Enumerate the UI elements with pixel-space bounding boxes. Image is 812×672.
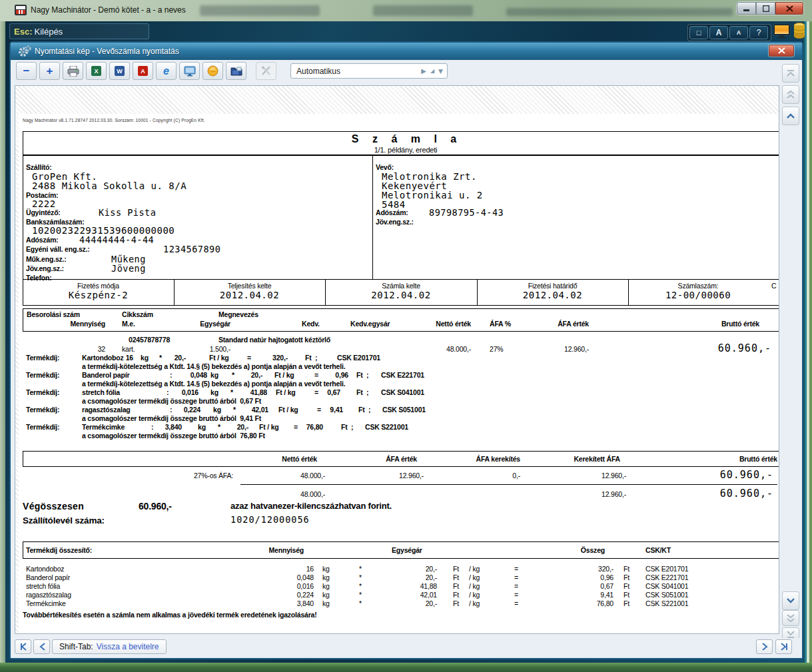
esc-key-label: Esc: — [14, 27, 32, 37]
email-button[interactable] — [203, 62, 223, 80]
print-preview-body: − + X W A e — [11, 60, 802, 658]
print-preview-title: Nyomtatási kép - Vevőszámla nyomtatás — [35, 47, 179, 56]
print-preview-titlebar[interactable]: Nyomtatási kép - Vevőszámla nyomtatás — [11, 43, 802, 60]
fs-sum: 9,41 — [567, 591, 613, 599]
zoom-in-button[interactable]: + — [39, 62, 60, 80]
fee-name: ragasztószalag — [82, 406, 130, 414]
page-down-button[interactable] — [782, 610, 799, 626]
fee-per: Ft / kg — [278, 406, 298, 414]
fee-code: CSK S041001 — [381, 389, 424, 397]
shift-tab-key-label: Shift-Tab: — [59, 642, 93, 651]
first-page-button[interactable] — [15, 639, 31, 654]
col-kedv: Kedv. — [302, 320, 320, 328]
payment-label: Teljesítés kelte — [174, 282, 325, 290]
fee-price: 41,88 — [227, 389, 267, 397]
fs-qty: 0,048 — [267, 574, 314, 582]
fs-sum: 0,67 — [567, 583, 613, 591]
fee-code: CSK S221001 — [365, 424, 408, 432]
grand-total-label: Végösszesen — [23, 502, 84, 511]
vat-total-rule — [240, 484, 777, 485]
supplier-clerk: Kiss Pista — [99, 208, 156, 218]
help-button[interactable]: ? — [749, 26, 768, 39]
col-egysegar: Egységár — [177, 320, 230, 328]
fs-ft: Ft — [453, 600, 459, 608]
line-up-button[interactable] — [782, 107, 799, 125]
col-kedv-egysar: Kedv.egysár — [350, 320, 390, 328]
item-vat: 12.960,- — [536, 346, 589, 354]
page-up-button[interactable] — [782, 85, 799, 104]
fs-code: CSK S041001 — [645, 583, 688, 591]
maximize-button[interactable] — [756, 2, 775, 15]
buyer-tax-number: 89798795-4-43 — [429, 208, 504, 218]
col-besorolasi: Besorolási szám — [27, 311, 80, 319]
fs-eq: = — [514, 583, 518, 591]
app-client-area: Esc: Kilépés □ A A ? — [5, 21, 803, 663]
previous-page-button[interactable] — [33, 639, 50, 654]
item-name: Standard natúr hajtogatott kéztörlő — [218, 336, 330, 344]
supplier-address: 2488 Mikola Sokolla u. 8/A — [32, 181, 187, 191]
fs-code: CSK S051001 — [645, 591, 688, 599]
col-mennyiseg: Mennyiség — [45, 320, 105, 328]
vat-h-netto: Nettó érték — [264, 456, 317, 464]
payment-value: Készpénz-2 — [23, 290, 174, 300]
save-button[interactable] — [226, 62, 246, 80]
scroll-to-top-button[interactable] — [782, 64, 799, 83]
screen-view-button[interactable] — [179, 62, 200, 80]
fee-label: Termékdíj: — [26, 372, 59, 380]
font-smaller-button[interactable]: A — [729, 26, 748, 39]
minimize-button[interactable] — [737, 2, 756, 15]
shift-tab-back-button[interactable]: Shift-Tab: Vissza a bevitelre — [52, 639, 167, 654]
database-icon[interactable] — [793, 22, 806, 43]
fee-code: CSK S051001 — [382, 406, 426, 414]
close-button[interactable] — [775, 2, 803, 15]
restore-window-button[interactable]: □ — [689, 26, 708, 39]
item-gross: 60.960,- — [705, 343, 771, 354]
plus-icon: + — [47, 65, 53, 77]
fee-price: 20,- — [208, 424, 248, 432]
fee-total: 76,80 — [276, 424, 323, 432]
supplier-operation-label: Műk.eng.sz.: — [26, 256, 67, 264]
background-window-smudge — [373, 5, 473, 16]
col-netto: Nettó érték — [418, 320, 471, 328]
background-window-smudge — [506, 8, 733, 16]
play-arrow-icon[interactable]: ▶ — [421, 67, 426, 75]
fs-name: stretch fólia — [26, 583, 60, 591]
settings-button[interactable] — [256, 62, 276, 80]
fs-star: * — [359, 565, 362, 573]
buyer-tax-label: Adószám: — [376, 209, 408, 217]
fs-perkg: / kg — [469, 591, 480, 599]
line-down-button[interactable] — [782, 591, 799, 610]
font-larger-button[interactable]: A — [709, 26, 728, 39]
fs-price: 41,88 — [397, 583, 437, 591]
vat-total-netto: 48.000,- — [272, 491, 325, 499]
resize-corner-icon[interactable]: ◢ — [430, 68, 434, 74]
fee-summary-title: Termékdíj összesítő: — [26, 547, 92, 555]
preview-close-button[interactable] — [769, 45, 794, 57]
next-page-button[interactable] — [756, 639, 773, 654]
preview-viewport[interactable]: Nagy Machinátor v8.1.71.28747 2012.03.30… — [15, 85, 779, 634]
monitor-icon[interactable] — [773, 23, 791, 42]
chevron-down-icon[interactable]: ▼ — [438, 68, 443, 75]
tools-icon — [261, 66, 272, 76]
fee-note: a csomagolószer termékdíj összege bruttó… — [82, 432, 265, 440]
fs-star: * — [359, 583, 362, 591]
last-page-button[interactable] — [775, 639, 792, 654]
monitor-icon — [184, 66, 196, 77]
payment-value: 12-00/00060 — [628, 290, 768, 300]
export-pdf-button[interactable]: A — [133, 62, 153, 80]
program-version-line: Nagy Machinátor v8.1.71.28747 2012.03.30… — [23, 118, 205, 123]
fee-name: Banderol papír — [82, 372, 129, 380]
zoom-mode-select[interactable]: Automatikus ▶ ◢ ▼ — [290, 63, 448, 79]
open-browser-button[interactable]: e — [156, 62, 177, 80]
fs-perkg: / kg — [469, 583, 480, 591]
fee-note: a termékdíj-kötelezettség a Ktdt. 14.§ (… — [82, 380, 345, 388]
vat-row-kerekitett: 12.960,- — [573, 472, 626, 480]
export-word-button[interactable]: W — [109, 62, 130, 80]
esc-exit-button[interactable]: Esc: Kilépés — [9, 23, 149, 39]
fs-unit: kg — [322, 565, 330, 573]
zoom-out-button[interactable]: − — [16, 62, 37, 80]
fee-price: 20,- — [222, 372, 262, 380]
print-button[interactable] — [63, 62, 83, 80]
export-excel-button[interactable]: X — [86, 62, 107, 80]
supplier-tax-label: Adószám: — [26, 236, 59, 244]
